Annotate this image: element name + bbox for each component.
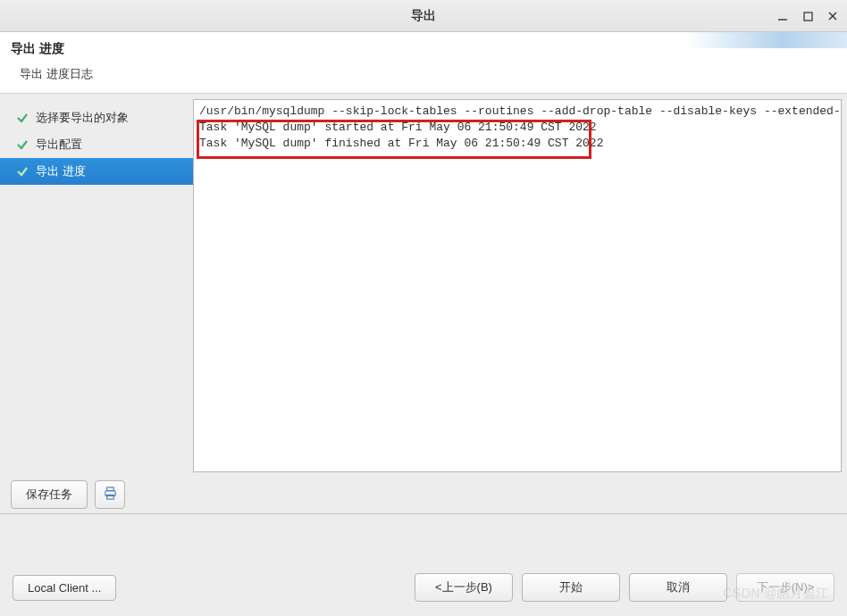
sidebar-item-select-objects[interactable]: 选择要导出的对象 bbox=[0, 104, 193, 131]
check-icon bbox=[16, 138, 29, 151]
check-icon bbox=[16, 112, 29, 124]
sidebar: 选择要导出的对象 导出配置 导出 进度 bbox=[0, 94, 193, 478]
print-icon bbox=[104, 487, 117, 503]
log-line: /usr/bin/mysqldump --skip-lock-tables --… bbox=[199, 104, 835, 120]
sidebar-item-label: 导出 进度 bbox=[36, 163, 86, 179]
sidebar-item-export-progress[interactable]: 导出 进度 bbox=[0, 158, 193, 185]
log-line: Task 'MySQL dump' started at Fri May 06 … bbox=[199, 120, 835, 136]
minimize-button[interactable] bbox=[776, 9, 790, 23]
bottom-toolbar: Local Client ... <上一步(B) 开始 取消 下一步(N)> bbox=[0, 568, 847, 607]
header-decoration bbox=[686, 32, 847, 48]
content: 选择要导出的对象 导出配置 导出 进度 /usr/bin/mysqldump -… bbox=[0, 94, 847, 478]
close-button[interactable] bbox=[826, 9, 840, 23]
start-button[interactable]: 开始 bbox=[522, 573, 620, 602]
titlebar: 导出 bbox=[0, 0, 847, 32]
cancel-button[interactable]: 取消 bbox=[629, 573, 727, 602]
window-title: 导出 bbox=[0, 8, 847, 24]
window-controls bbox=[776, 0, 840, 32]
header: 导出 进度 导出 进度日志 bbox=[0, 32, 847, 94]
sidebar-item-label: 导出配置 bbox=[36, 137, 82, 153]
svg-rect-1 bbox=[804, 12, 812, 21]
check-icon bbox=[16, 165, 29, 178]
middle-toolbar: 保存任务 bbox=[0, 478, 847, 513]
sidebar-item-export-config[interactable]: 导出配置 bbox=[0, 131, 193, 158]
next-button: 下一步(N)> bbox=[736, 573, 834, 602]
page-subtitle: 导出 进度日志 bbox=[11, 66, 836, 82]
prev-button[interactable]: <上一步(B) bbox=[415, 573, 513, 602]
save-task-button[interactable]: 保存任务 bbox=[11, 480, 88, 509]
local-client-button[interactable]: Local Client ... bbox=[13, 575, 116, 601]
log-output[interactable]: /usr/bin/mysqldump --skip-lock-tables --… bbox=[193, 99, 842, 472]
maximize-button[interactable] bbox=[801, 9, 815, 23]
sidebar-item-label: 选择要导出的对象 bbox=[36, 110, 129, 126]
log-line: Task 'MySQL dump' finished at Fri May 06… bbox=[199, 136, 835, 152]
print-button[interactable] bbox=[95, 480, 125, 509]
